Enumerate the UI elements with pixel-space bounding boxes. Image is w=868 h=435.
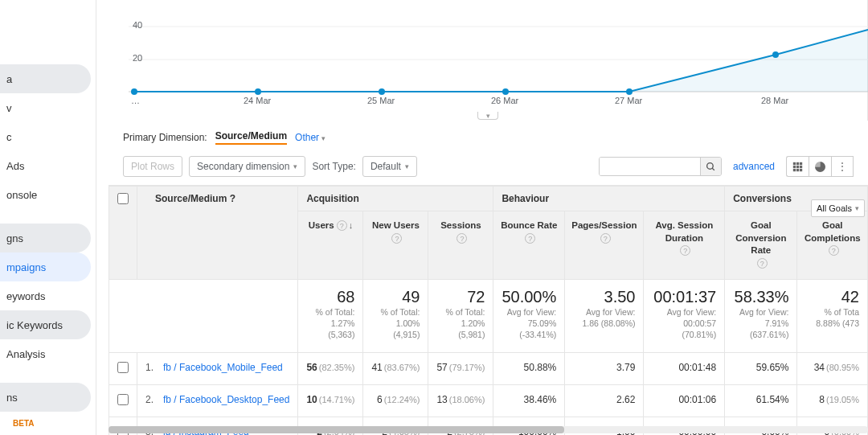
x-tick: … — [131, 96, 140, 105]
y-tick: 40 — [133, 20, 142, 30]
caret-down-icon: ▾ — [321, 134, 326, 142]
col-goal-conversion-rate[interactable]: Goal Conversion Rate? — [725, 211, 797, 280]
plot-rows-button[interactable]: Plot Rows — [123, 156, 182, 177]
sidebar-item-campaigns[interactable]: mpaigns — [0, 252, 91, 281]
primary-dimension-other[interactable]: Other ▾ — [295, 132, 326, 143]
dimension-link[interactable]: fb / Facebook_Mobile_Feed — [163, 362, 283, 373]
col-sessions[interactable]: Sessions? — [428, 211, 493, 280]
primary-dimension-row: Primary Dimension: Source/Medium Other ▾ — [108, 121, 868, 151]
x-tick: 24 Mar — [244, 96, 271, 105]
y-tick: 20 — [133, 53, 142, 63]
table-row: 2.fb / Facebook_Desktop_Feed 10(14.71%) … — [109, 384, 868, 417]
horizontal-scrollbar[interactable] — [108, 426, 868, 433]
x-tick: 28 Mar — [761, 96, 788, 105]
svg-rect-16 — [800, 165, 802, 167]
dimension-link[interactable]: fb / Facebook_Desktop_Feed — [163, 394, 289, 405]
view-pie-button[interactable] — [809, 156, 831, 177]
caret-down-icon: ▾ — [293, 162, 297, 170]
sidebar-item[interactable]: eywords — [0, 281, 91, 310]
sort-type-select[interactable]: Default▾ — [362, 156, 417, 177]
sort-type-label: Sort Type: — [312, 161, 355, 172]
primary-dimension-label: Primary Dimension: — [123, 132, 207, 143]
totals-row: 68% of Total:1.27%(5,363) 49% of Total:1… — [109, 280, 868, 353]
scroll-thumb[interactable] — [108, 426, 564, 433]
col-source-medium[interactable]: Source/Medium ? — [137, 187, 298, 280]
secondary-dimension-select[interactable]: Secondary dimension▾ — [189, 156, 305, 177]
svg-point-9 — [707, 162, 714, 169]
row-checkbox[interactable] — [117, 394, 129, 405]
sidebar-item[interactable]: a — [0, 64, 91, 93]
select-all-checkbox[interactable] — [117, 193, 129, 204]
help-icon[interactable]: ? — [680, 245, 690, 256]
help-icon[interactable]: ? — [525, 233, 535, 244]
trend-chart[interactable]: 40 20 … 24 Mar 25 Mar 26 Mar 27 Mar 28 M… — [108, 0, 868, 121]
sidebar: a v c Ads onsole gns mpaigns eywords ic … — [0, 0, 96, 435]
x-tick: 25 Mar — [367, 96, 395, 105]
help-icon[interactable]: ? — [457, 233, 467, 244]
col-goal-completions[interactable]: Goal Completions? — [797, 211, 868, 280]
svg-rect-14 — [793, 165, 796, 167]
x-tick: 27 Mar — [615, 96, 642, 105]
sidebar-item[interactable]: v — [0, 93, 91, 122]
help-icon[interactable]: ? — [337, 220, 347, 231]
group-behaviour: Behaviour — [493, 187, 725, 211]
col-users[interactable]: Users?↓ — [298, 211, 363, 280]
help-icon[interactable]: ? — [757, 258, 768, 269]
table-controls: Plot Rows Secondary dimension▾ Sort Type… — [108, 151, 868, 186]
svg-rect-15 — [796, 165, 799, 167]
group-acquisition: Acquisition — [298, 187, 493, 211]
chart-expand-toggle[interactable]: ▾ — [477, 112, 498, 120]
search-box — [599, 157, 722, 176]
help-icon[interactable]: ? — [829, 245, 839, 256]
svg-rect-13 — [800, 162, 802, 164]
svg-line-10 — [712, 168, 714, 170]
advanced-link[interactable]: advanced — [733, 161, 775, 172]
search-input[interactable] — [600, 158, 700, 175]
help-icon[interactable]: ? — [600, 233, 611, 244]
caret-down-icon: ▾ — [405, 162, 409, 170]
sidebar-item[interactable]: ic Keywords — [0, 310, 91, 339]
sidebar-item[interactable]: c — [0, 122, 91, 151]
caret-down-icon: ▾ — [855, 204, 859, 212]
select-all-header — [109, 187, 137, 280]
help-icon[interactable]: ? — [391, 233, 402, 244]
primary-dimension-selected[interactable]: Source/Medium — [215, 130, 287, 145]
table-row: 1.fb / Facebook_Mobile_Feed 56(82.35%) 4… — [109, 352, 868, 384]
col-pages-session[interactable]: Pages/Session? — [565, 211, 644, 280]
svg-rect-18 — [796, 168, 799, 170]
sidebar-item[interactable]: ns — [0, 383, 91, 412]
sidebar-item[interactable]: gns — [0, 224, 91, 252]
svg-rect-17 — [793, 168, 796, 170]
row-checkbox[interactable] — [117, 362, 129, 373]
beta-badge: BETA — [13, 419, 34, 428]
data-table: Source/Medium ? Acquisition Behaviour Co… — [108, 186, 868, 435]
all-goals-select[interactable]: All Goals▾ — [811, 199, 865, 217]
view-bar-button[interactable]: ⋮ — [831, 156, 854, 177]
col-new-users[interactable]: New Users? — [363, 211, 428, 280]
svg-rect-12 — [796, 162, 799, 164]
search-button[interactable] — [700, 158, 721, 175]
col-bounce-rate[interactable]: Bounce Rate? — [493, 211, 565, 280]
svg-rect-11 — [793, 162, 796, 164]
sidebar-item[interactable]: Ads — [0, 151, 91, 180]
x-tick: 26 Mar — [491, 96, 518, 105]
view-table-button[interactable] — [786, 156, 809, 177]
sort-desc-icon: ↓ — [349, 220, 354, 230]
col-duration[interactable]: Avg. Session Duration ? — [644, 211, 725, 280]
svg-rect-19 — [800, 168, 802, 170]
help-icon[interactable]: ? — [230, 193, 235, 204]
sidebar-item[interactable]: Analysis — [0, 339, 91, 368]
sidebar-item[interactable]: onsole — [0, 180, 91, 209]
